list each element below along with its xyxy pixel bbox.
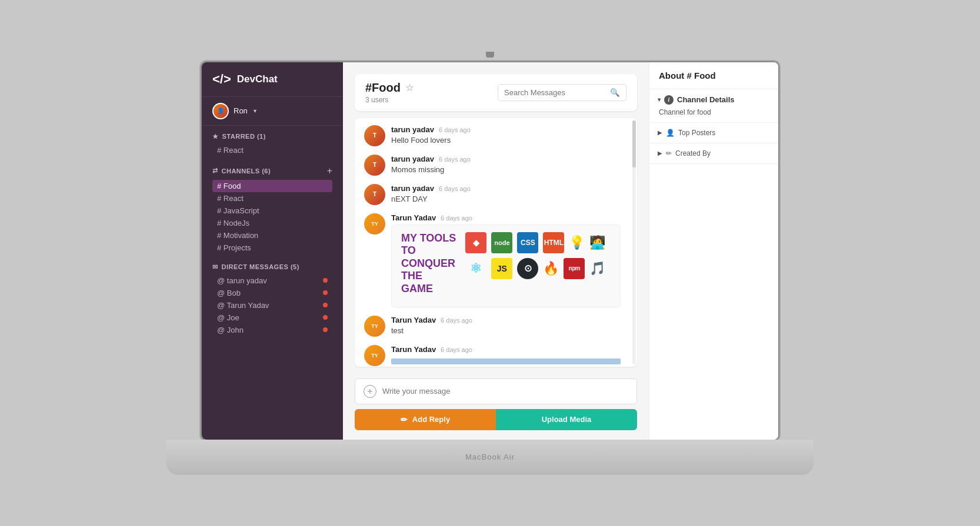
message-username: tarun yadav (391, 184, 434, 193)
avatar: TY (364, 316, 385, 337)
firebase-icon: 🔥 (543, 261, 559, 276)
table-row: TY Tarun Yadav 6 days ago test (364, 316, 621, 337)
sidebar: </> DevChat 👤 Ron ▾ ★ STARRED (1) # Reac… (202, 62, 343, 440)
edit-icon: ✏ (401, 415, 408, 424)
message-input-row: + (355, 378, 637, 404)
upload-media-button[interactable]: Upload Media (496, 409, 637, 430)
message-input[interactable] (382, 387, 628, 396)
sidebar-item-motivation[interactable]: # Motivation (212, 229, 332, 242)
channel-details-header[interactable]: ▾ i Channel Details (658, 95, 770, 105)
message-body: Tarun Yadav 6 days ago MY TOOLSTOCONQUER… (391, 213, 621, 308)
star-icon: ★ (212, 133, 219, 140)
created-by-header[interactable]: ▶ ✏ Created By (658, 149, 770, 158)
tools-icons: ◆ node CSS HTM (465, 232, 611, 279)
message-header: tarun yadav 6 days ago (391, 184, 471, 193)
message-header: Tarun Yadav 6 days ago (391, 213, 621, 222)
person-coding-icon: 🧑‍💻 (589, 235, 605, 250)
message-header: tarun yadav 6 days ago (391, 125, 471, 134)
channels-section: ⇄ CHANNELS (6) + # Food # React # JavaSc… (202, 159, 343, 256)
message-text: test (391, 326, 472, 336)
dm-badge-john (323, 327, 328, 332)
channel-title: #Food ☆ (365, 81, 414, 95)
dm-item-john[interactable]: @ John (212, 324, 332, 336)
dm-badge-joe (323, 315, 328, 320)
laptop-brand: MacBook Air (465, 453, 515, 461)
channel-star-icon[interactable]: ☆ (405, 82, 414, 93)
message-attachment-bar (391, 359, 621, 364)
message-username: Tarun Yadav (391, 213, 436, 222)
dm-item-bob[interactable]: @ Bob (212, 287, 332, 299)
message-body: Tarun Yadav 6 days ago test (391, 316, 472, 336)
github-icon: ⊙ (517, 258, 538, 279)
search-icon: 🔍 (610, 88, 620, 97)
message-body: tarun yadav 6 days ago Hello Food lovers (391, 125, 471, 146)
sidebar-item-javascript[interactable]: # JavaScript (212, 205, 332, 217)
tools-title: MY TOOLSTOCONQUERTHEGAME (401, 232, 456, 296)
add-reply-button[interactable]: ✏ Add Reply (355, 409, 496, 430)
search-box: 🔍 (498, 84, 626, 101)
avatar: T (364, 184, 385, 205)
add-channel-icon[interactable]: + (327, 166, 332, 176)
app-logo: </> (212, 72, 231, 87)
dm-username-tarun: @ tarun yadav (217, 276, 267, 285)
sidebar-item-food[interactable]: # Food (212, 180, 332, 192)
dm-username-tarun-yadav: @ Tarun Yadav (217, 301, 269, 310)
dm-badge-tarun-yadav (323, 303, 328, 307)
message-time: 6 days ago (441, 215, 472, 222)
react-icon: ⚛ (465, 258, 486, 279)
user-profile[interactable]: 👤 Ron ▾ (202, 97, 343, 126)
avatar: T (364, 155, 385, 176)
messages-container[interactable]: T tarun yadav 6 days ago Hello Food love… (355, 118, 637, 367)
top-posters-label: Top Posters (678, 129, 715, 137)
sidebar-item-projects[interactable]: # Projects (212, 242, 332, 254)
messages-list: T tarun yadav 6 days ago Hello Food love… (355, 118, 630, 367)
avatar: T (364, 125, 385, 146)
tools-card: MY TOOLSTOCONQUERTHEGAME ◆ (391, 225, 621, 308)
table-row: TY Tarun Yadav 6 days ago (364, 213, 621, 308)
table-row: T tarun yadav 6 days ago Momos missing (364, 155, 621, 176)
sidebar-item-nodejs[interactable]: # NodeJs (212, 217, 332, 229)
html5-icon: HTML (543, 232, 564, 253)
message-text: Hello Food lovers (391, 135, 471, 146)
sidebar-item-react[interactable]: # React (212, 192, 332, 205)
starred-section: ★ STARRED (1) # React (202, 126, 343, 159)
dm-item-joe[interactable]: @ Joe (212, 311, 332, 324)
add-attachment-button[interactable]: + (364, 385, 376, 398)
chevron-down-icon: ▾ (658, 96, 661, 103)
dm-section-header: ✉ DIRECT MESSAGES (5) (212, 263, 332, 271)
search-button[interactable]: 🔍 (604, 85, 626, 100)
top-posters-header[interactable]: ▶ 👤 Top Posters (658, 129, 770, 137)
chevron-down-icon: ▾ (254, 108, 256, 114)
channel-title-block: #Food ☆ 3 users (365, 81, 414, 104)
channel-details-section: ▾ i Channel Details Channel for food (649, 89, 778, 123)
action-buttons: ✏ Add Reply Upload Media (355, 409, 637, 430)
chat-area: #Food ☆ 3 users 🔍 (343, 62, 649, 378)
message-username: Tarun Yadav (391, 345, 436, 354)
git-icon: ◆ (465, 232, 486, 253)
message-header: Tarun Yadav 6 days ago (391, 345, 621, 354)
user-name: Ron (234, 106, 248, 115)
channels-label: ⇄ CHANNELS (6) (212, 167, 271, 175)
chevron-right-icon: ▶ (658, 150, 662, 156)
sidebar-item-react-starred[interactable]: # React (212, 144, 332, 156)
search-input[interactable] (498, 85, 604, 100)
channel-header: #Food ☆ 3 users 🔍 (355, 74, 637, 111)
javascript-icon: JS (491, 258, 512, 279)
dm-item-tarun-yadav[interactable]: @ Tarun Yadav (212, 299, 332, 311)
user-avatar: 👤 (212, 103, 229, 119)
main-content: #Food ☆ 3 users 🔍 (343, 62, 649, 440)
dm-username-joe: @ Joe (217, 313, 239, 322)
user-icon: 👤 (666, 129, 675, 137)
right-panel-title: About # Food (659, 71, 769, 81)
table-row: T tarun yadav 6 days ago Hello Food love… (364, 125, 621, 146)
css3-icon: CSS (517, 232, 538, 253)
dm-username-john: @ John (217, 326, 244, 334)
nodejs-icon: node (491, 232, 512, 253)
message-body: Tarun Yadav 6 days ago (391, 345, 621, 366)
dm-item-tarun[interactable]: @ tarun yadav (212, 274, 332, 287)
avatar: TY (364, 213, 385, 234)
scrollbar-track[interactable] (632, 120, 636, 364)
messages-scroll: T tarun yadav 6 days ago Hello Food love… (355, 118, 637, 367)
app-title: DevChat (237, 73, 278, 85)
right-panel: About # Food ▾ i Channel Details Channel… (649, 62, 778, 440)
